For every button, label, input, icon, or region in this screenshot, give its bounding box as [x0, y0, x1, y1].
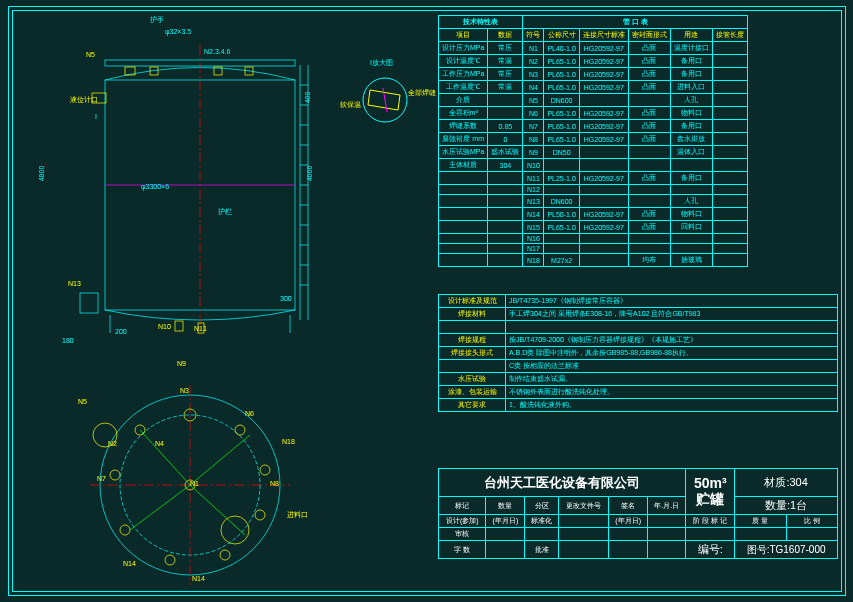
dim-d15: 200: [115, 328, 127, 335]
nozzle-n5: N5: [86, 51, 95, 58]
title-block: 台州天工医化设备有限公司 50m³贮罐 材质:304 标记数量分区更改文件号签名…: [438, 468, 838, 559]
dim-handrail: 护手: [150, 15, 164, 25]
svg-rect-21: [80, 293, 98, 313]
dim-liq: 液位计口: [70, 95, 98, 105]
svg-point-38: [235, 425, 245, 435]
svg-rect-22: [175, 321, 183, 331]
svg-point-40: [255, 510, 265, 520]
svg-line-34: [140, 430, 190, 485]
svg-point-47: [221, 516, 249, 544]
dim-i: I: [95, 113, 97, 120]
dim-d2: N2.3.4.6: [204, 48, 230, 55]
svg-line-33: [190, 435, 250, 485]
dim-d7: 4000: [306, 166, 313, 182]
plan-n9: N9: [177, 360, 186, 367]
dim-d3: φ3300×6: [141, 183, 169, 190]
nozzle-n11: N11: [194, 325, 207, 332]
svg-line-28: [383, 88, 387, 112]
dim-d11: 180: [62, 337, 74, 344]
svg-line-35: [130, 485, 190, 530]
elevation-view: [50, 25, 350, 335]
nozzle-n13: N13: [68, 280, 81, 287]
svg-point-44: [110, 470, 120, 480]
notes-table: 设计标准及规范JB/T4735-1997《钢制焊接常压容器》 焊接材料手工焊30…: [438, 294, 838, 412]
dim-d10: 300: [280, 295, 292, 302]
svg-line-36: [190, 485, 245, 535]
dim-d1: φ32×3.5: [165, 28, 191, 35]
dim-d8: 400: [304, 92, 311, 104]
detail-title: I放大图: [370, 58, 393, 68]
plan-n3: N3: [180, 387, 189, 394]
dim-d4: 护栏: [218, 207, 232, 217]
detail-ins: 软保温: [340, 100, 361, 110]
svg-point-39: [260, 465, 270, 475]
tech-nozzle-table: 技术特性表管 口 表 项目数据 符号公称尺寸连接尺寸标准密封面形式用途接管长度 …: [438, 15, 748, 267]
nozzle-n10: N10: [158, 323, 171, 330]
detail-weld: 全部焊缝: [408, 88, 436, 98]
svg-point-41: [220, 550, 230, 560]
svg-point-43: [120, 525, 130, 535]
svg-point-42: [165, 555, 175, 565]
dim-d9: 4800: [38, 166, 45, 182]
